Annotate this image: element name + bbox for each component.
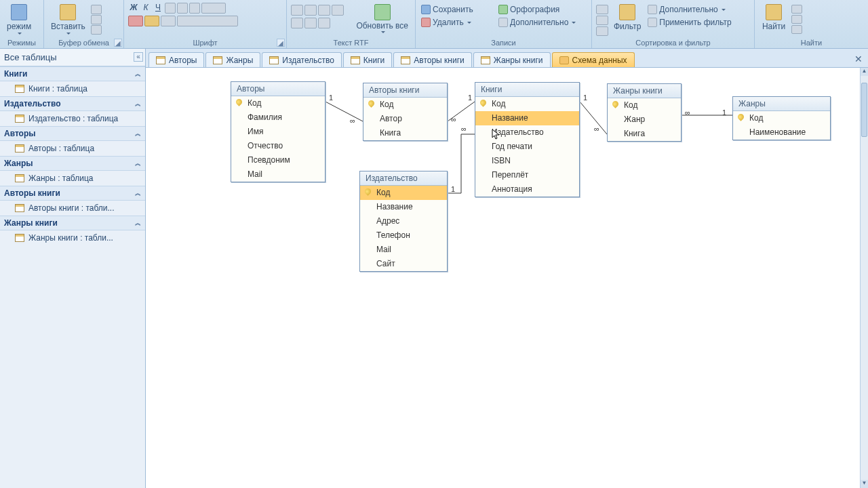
sort-asc-icon[interactable] [596,5,608,14]
sort-desc-icon[interactable] [596,16,608,25]
scroll-down-icon[interactable]: ▼ [861,480,868,488]
schema-field[interactable]: Аннотация [475,182,579,197]
schema-field[interactable]: Код [475,97,579,111]
scroll-thumb[interactable] [861,83,867,137]
schema-field[interactable]: Mail [360,243,447,257]
gridlines-button[interactable] [161,16,176,26]
select-icon[interactable] [791,25,802,34]
schema-table-title[interactable]: Авторы [231,82,325,96]
schema-field[interactable]: Переплёт [475,168,579,182]
highlight-icon[interactable] [318,18,330,28]
delete-button[interactable]: Удалить [420,17,494,28]
schema-field[interactable]: Имя [231,125,325,139]
save-button[interactable]: Сохранить [420,4,494,15]
align-left-icon[interactable] [165,3,176,14]
vertical-scrollbar[interactable]: ▲ ▼ [860,68,868,488]
schema-table-authbooks[interactable]: Авторы книгиКодАвторКнига [363,83,448,141]
nav-category[interactable]: Издательство︽ [0,96,145,111]
schema-field[interactable]: Код [231,96,325,110]
document-tab[interactable]: Авторы [149,52,204,67]
schema-field[interactable]: Книга [608,127,681,141]
schema-field[interactable]: Телефон [360,228,447,243]
schema-field[interactable]: Название [360,200,447,214]
schema-field[interactable]: Mail [231,167,325,182]
schema-field[interactable]: Фамилия [231,110,325,125]
clipboard-dialog-launcher[interactable]: ◢ [114,39,122,47]
filter-button[interactable]: Фильтр [611,3,644,33]
schema-field[interactable]: Отчество [231,139,325,153]
ltr-icon[interactable] [291,18,303,28]
records-more-button[interactable]: Дополнительно [497,17,577,28]
format-painter-icon[interactable] [91,25,102,35]
underline-button[interactable]: Ч [153,3,163,14]
schema-table-title[interactable]: Жанры книги [608,84,681,98]
nav-category[interactable]: Авторы︽ [0,126,145,141]
align-center-icon[interactable] [177,3,188,14]
indent-dec-icon[interactable] [318,5,330,16]
nav-table-item[interactable]: Издательство : таблица [0,111,145,126]
nav-category[interactable]: Книги︽ [0,66,145,81]
schema-field[interactable]: ISBN [475,154,579,168]
bold-button[interactable]: Ж [128,3,139,14]
schema-field[interactable]: Наименование [733,125,830,140]
nav-pane-collapse-button[interactable]: « [134,52,143,62]
nav-category[interactable]: Жанры книги︽ [0,216,145,230]
schema-table-title[interactable]: Книги [475,83,579,97]
schema-field[interactable]: Книга [363,126,447,140]
schema-field[interactable]: Автор [363,112,447,126]
document-tab[interactable]: Схема данных [552,52,635,67]
nav-pane-header[interactable]: Все таблицы [0,49,145,66]
nav-table-item[interactable]: Книги : таблица [0,81,145,96]
schema-field[interactable]: Название [475,111,579,125]
schema-field[interactable]: Псевдоним [231,153,325,167]
document-tab[interactable]: Жанры [205,52,260,67]
mode-button[interactable]: режим [4,3,34,36]
schema-table-authors[interactable]: АвторыКодФамилияИмяОтчествоПсевдонимMail [231,81,326,182]
document-tab[interactable]: Издательство [262,52,342,67]
refresh-all-button[interactable]: Обновить все [353,3,411,35]
schema-table-genres[interactable]: ЖанрыКодНаименование [732,96,831,140]
schema-field[interactable]: Код [608,98,681,113]
schema-field[interactable]: Код [360,186,447,200]
replace-icon[interactable] [791,5,802,14]
schema-table-genrebooks[interactable]: Жанры книгиКодЖанрКнига [607,83,682,142]
schema-field[interactable]: Код [363,98,447,112]
schema-field[interactable]: Жанр [608,113,681,127]
document-tab[interactable]: Жанры книги [473,52,551,67]
copy-icon[interactable] [91,15,102,24]
font-dialog-launcher[interactable]: ◢ [277,39,285,47]
schema-table-publishers[interactable]: ИздательствоКодНазваниеАдресТелефонMailС… [359,171,448,272]
document-tab[interactable]: Авторы книги [393,52,471,67]
align-right-icon[interactable] [189,3,200,14]
schema-field[interactable]: Издательство [475,125,579,140]
nav-table-item[interactable]: Жанры книги : табли... [0,230,145,245]
clear-sort-icon[interactable] [596,26,608,36]
nav-category[interactable]: Жанры︽ [0,156,145,171]
schema-table-books[interactable]: КнигиКодНазваниеИздательствоГод печатиIS… [475,82,580,197]
advanced-filter-button[interactable]: Дополнительно [646,4,732,15]
tab-close-button[interactable]: ✕ [849,51,868,67]
schema-table-title[interactable]: Жанры [733,97,830,111]
schema-field[interactable]: Код [733,111,830,125]
spelling-button[interactable]: Орфография [497,4,577,15]
fill-color-button[interactable] [144,16,159,26]
nav-table-item[interactable]: Авторы книги : табли... [0,201,145,216]
schema-field[interactable]: Сайт [360,257,447,271]
relationships-canvas[interactable]: 1∞∞11∞1∞∞1 АвторыКодФамилияИмяОтчествоПс… [146,68,860,488]
apply-filter-button[interactable]: Применить фильтр [646,17,732,28]
schema-table-title[interactable]: Издательство [360,171,447,186]
goto-icon[interactable] [791,15,802,24]
scroll-up-icon[interactable]: ▲ [861,68,868,76]
nav-table-item[interactable]: Жанры : таблица [0,171,145,186]
schema-table-title[interactable]: Авторы книги [363,83,447,98]
cut-icon[interactable] [91,5,102,14]
indent-inc-icon[interactable] [332,5,344,16]
bullets-icon[interactable] [291,5,303,16]
nav-table-item[interactable]: Авторы : таблица [0,141,145,156]
rtl-icon[interactable] [304,18,317,28]
paste-button[interactable]: Вставить [48,3,88,36]
font-color-button[interactable] [128,16,143,26]
schema-field[interactable]: Адрес [360,214,447,228]
schema-field[interactable]: Год печати [475,140,579,154]
nav-category[interactable]: Авторы книги︽ [0,186,145,201]
